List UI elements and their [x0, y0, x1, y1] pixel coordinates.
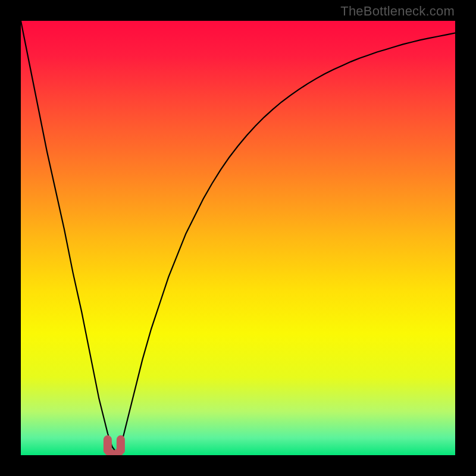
- chart-frame: TheBottleneck.com: [0, 0, 476, 476]
- watermark-text: TheBottleneck.com: [340, 4, 455, 19]
- chart-svg: [21, 21, 455, 455]
- gradient-background: [21, 21, 455, 455]
- plot-area: [21, 21, 455, 455]
